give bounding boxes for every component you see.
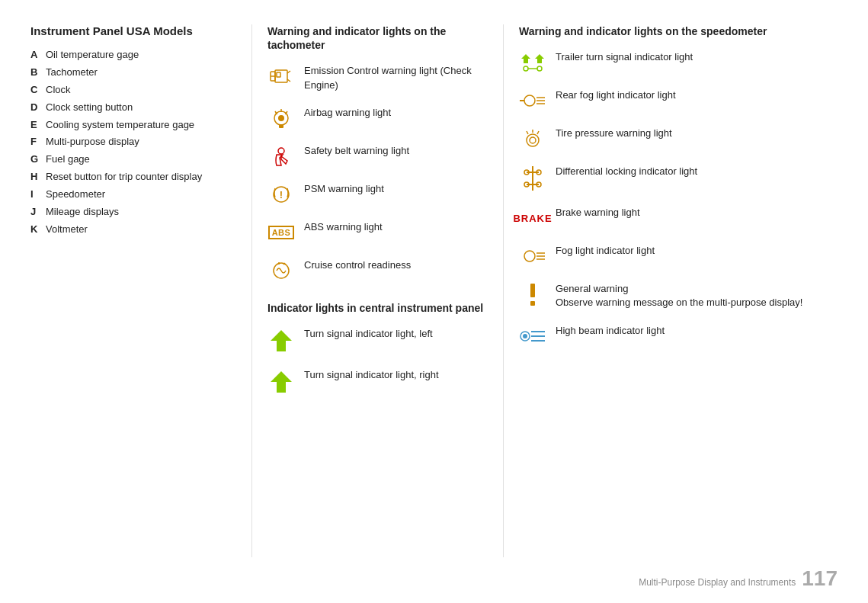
indicator-title: Indicator lights in central instrument p… xyxy=(267,301,488,315)
indicator-text: Turn signal indicator light, left xyxy=(304,327,488,341)
item-letter: J xyxy=(30,206,46,219)
speedometer-text: Differential locking indicator light xyxy=(556,165,838,178)
seatbelt-icon xyxy=(267,144,295,168)
svg-point-23 xyxy=(537,66,542,71)
footer-text: Multi-Purpose Display and Instruments xyxy=(639,577,796,588)
page-footer: Multi-Purpose Display and Instruments 11… xyxy=(639,566,838,591)
warning-text: Airbag warning light xyxy=(304,106,488,120)
item-text: Fuel gage xyxy=(46,153,236,166)
warning-text: Emission Control warning light (Check En… xyxy=(304,64,488,91)
svg-point-31 xyxy=(530,137,536,143)
list-item: AOil temperature gage xyxy=(30,49,236,62)
item-text: Oil temperature gage xyxy=(46,49,236,62)
warning-item-airbag: Airbag warning light xyxy=(267,106,488,130)
svg-rect-44 xyxy=(530,284,535,297)
warning-text: Safety belt warning light xyxy=(304,144,488,158)
speedometer-item-brake: BRAKE Brake warning light xyxy=(519,206,838,230)
speedometer-text: Fog light indicator light xyxy=(556,244,838,258)
arrow-left-icon xyxy=(267,327,295,354)
mid-title: Warning and indicator lights on the tach… xyxy=(267,24,488,52)
svg-point-47 xyxy=(523,334,527,338)
list-item: FMulti-purpose display xyxy=(30,136,236,149)
svg-point-22 xyxy=(524,66,528,71)
speedometer-item-fog: Fog light indicator light xyxy=(519,244,838,268)
item-letter: H xyxy=(30,171,46,184)
list-item: ECooling system temperature gage xyxy=(30,119,236,132)
speedometer-item-tire-pressure: Tire pressure warning light xyxy=(519,127,838,151)
list-item: ISpeedometer xyxy=(30,188,236,201)
speedometer-item-high-beam: High beam indicator light xyxy=(519,324,838,348)
warning-text: PSM warning light xyxy=(304,182,488,196)
right-title: Warning and indicator lights on the spee… xyxy=(519,24,838,38)
list-item: BTachometer xyxy=(30,66,236,79)
svg-point-25 xyxy=(524,95,535,106)
item-text: Multi-purpose display xyxy=(46,136,236,149)
item-text: Speedometer xyxy=(46,188,236,201)
trailer-turn-icon xyxy=(519,50,546,75)
item-letter: D xyxy=(30,101,46,114)
warning-item-cruise: Cruise control readiness xyxy=(267,258,488,283)
list-item: JMileage displays xyxy=(30,206,236,219)
left-title: Instrument Panel USA Models xyxy=(30,24,236,38)
svg-point-7 xyxy=(278,115,284,121)
airbag-icon xyxy=(267,106,295,130)
abs-icon: ABS xyxy=(267,220,295,245)
warning-item-abs: ABS ABS warning light xyxy=(267,220,488,245)
cruise-icon xyxy=(267,258,295,283)
arrow-right-icon xyxy=(267,368,295,396)
svg-point-40 xyxy=(524,251,535,261)
warning-text: ABS warning light xyxy=(304,220,488,234)
svg-point-30 xyxy=(527,134,539,146)
list-item: HReset button for trip counter display xyxy=(30,171,236,184)
warning-text: Cruise control readiness xyxy=(304,258,488,272)
indicator-item-turn-right: Turn signal indicator light, right xyxy=(267,368,488,396)
item-text: Cooling system temperature gage xyxy=(46,119,236,132)
diff-lock-icon xyxy=(519,165,546,192)
speedometer-text: General warningObserve warning message o… xyxy=(556,282,838,310)
item-text: Clock xyxy=(46,84,236,97)
warning-item-emission: Emission Control warning light (Check En… xyxy=(267,64,488,91)
indicator-items: Turn signal indicator light, left Turn s… xyxy=(267,327,488,396)
item-text: Mileage displays xyxy=(46,206,236,219)
item-letter: C xyxy=(30,84,46,97)
speedometer-text: High beam indicator light xyxy=(556,324,838,338)
svg-marker-19 xyxy=(271,371,292,393)
speedometer-text: Rear fog light indicator light xyxy=(556,88,838,102)
list-item: GFuel gage xyxy=(30,153,236,166)
speedometer-text: Trailer turn signal indicator light xyxy=(556,50,838,64)
high-beam-icon xyxy=(519,324,546,348)
rear-fog-icon xyxy=(519,88,546,113)
indicator-section: Indicator lights in central instrument p… xyxy=(267,301,488,396)
svg-text:!: ! xyxy=(280,189,283,200)
speedometer-item-rear-fog: Rear fog light indicator light xyxy=(519,88,838,113)
middle-column: Warning and indicator lights on the tach… xyxy=(251,24,503,557)
warning-item-psm: ! PSM warning light xyxy=(267,182,488,207)
svg-rect-45 xyxy=(530,301,535,306)
indicator-item-turn-left: Turn signal indicator light, left xyxy=(267,327,488,354)
item-text: Clock setting button xyxy=(46,101,236,114)
item-letter: A xyxy=(30,49,46,62)
item-letter: B xyxy=(30,66,46,79)
list-item: DClock setting button xyxy=(30,101,236,114)
svg-marker-20 xyxy=(521,54,530,63)
svg-marker-21 xyxy=(535,54,544,63)
speedometer-warnings: Trailer turn signal indicator light Rear… xyxy=(519,50,838,348)
indicator-text: Turn signal indicator light, right xyxy=(304,368,488,382)
item-text: Voltmeter xyxy=(46,223,236,236)
tachometer-warnings: Emission Control warning light (Check En… xyxy=(267,64,488,282)
svg-marker-18 xyxy=(271,330,292,351)
exclamation-icon xyxy=(519,282,546,306)
item-letter: G xyxy=(30,153,46,166)
item-letter: E xyxy=(30,119,46,132)
fog-icon xyxy=(519,244,546,268)
speedometer-item-trailer-turn: Trailer turn signal indicator light xyxy=(519,50,838,75)
page-number: 117 xyxy=(802,566,838,591)
brake-icon: BRAKE xyxy=(519,206,546,230)
speedometer-item-diff-lock: Differential locking indicator light xyxy=(519,165,838,192)
item-letter: F xyxy=(30,136,46,149)
left-column: Instrument Panel USA Models AOil tempera… xyxy=(30,24,251,557)
item-letter: I xyxy=(30,188,46,201)
svg-rect-11 xyxy=(279,124,283,128)
psm-icon: ! xyxy=(267,182,295,207)
list-item: CClock xyxy=(30,84,236,97)
